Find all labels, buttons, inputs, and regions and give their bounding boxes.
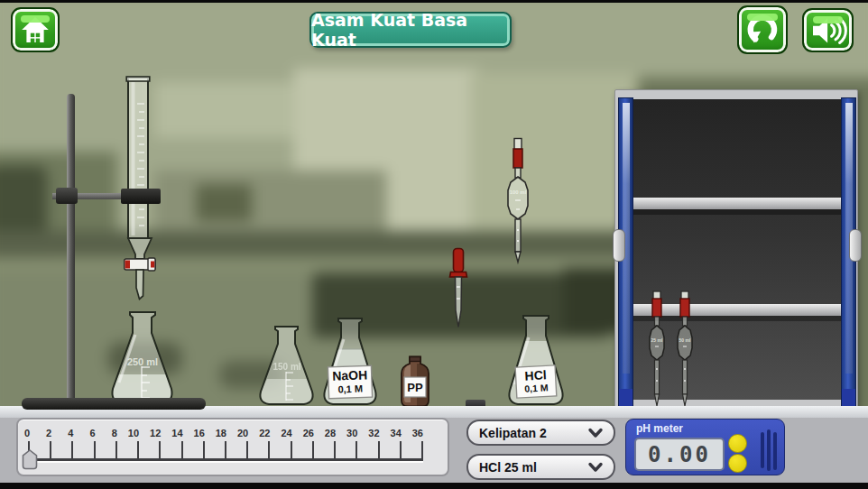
home-button[interactable] bbox=[11, 7, 60, 52]
stand-base bbox=[22, 398, 206, 410]
volumetric-pipette-100ml[interactable]: 100 ml bbox=[504, 137, 531, 263]
naoh-label-conc: 0,1 M bbox=[337, 383, 363, 395]
multiplier-dropdown-value: Kelipatan 2 bbox=[479, 426, 547, 440]
pipette-25-label: 25 ml bbox=[651, 337, 663, 343]
cabinet-shelf-top bbox=[623, 198, 851, 209]
flask-250-label: 250 ml bbox=[127, 356, 158, 367]
pipette-50-label: 50 ml bbox=[679, 337, 691, 343]
cabinet-handle-right[interactable] bbox=[849, 229, 862, 262]
chevron-down-icon bbox=[588, 429, 603, 438]
home-icon bbox=[17, 14, 53, 45]
hcl-label-name: HCl bbox=[524, 367, 547, 383]
erlenmeyer-flask-150ml[interactable]: 150 ml bbox=[256, 325, 318, 408]
multiplier-dropdown[interactable]: Kelipatan 2 bbox=[466, 420, 615, 446]
dropper[interactable] bbox=[447, 247, 470, 330]
hcl-label-conc: 0,1 M bbox=[524, 382, 549, 393]
glassware-cabinet: 25 ml 50 ml bbox=[614, 89, 858, 411]
stand-clamp-knob bbox=[56, 188, 78, 204]
ph-meter-display: 0.00 bbox=[634, 438, 725, 471]
naoh-flask[interactable]: NaOH 0,1 M bbox=[320, 317, 380, 408]
sound-button[interactable] bbox=[802, 8, 854, 52]
naoh-label-name: NaOH bbox=[332, 367, 367, 383]
volume-ruler[interactable]: 024681012141618202224262830323436 bbox=[30, 428, 423, 471]
ph-meter-button-bottom[interactable] bbox=[728, 454, 747, 473]
speaker-icon bbox=[810, 15, 846, 46]
flask-150-label: 150 ml bbox=[272, 362, 300, 372]
pp-label: PP bbox=[407, 381, 423, 394]
cabinet-pipette-50ml[interactable]: 50 ml bbox=[673, 291, 697, 409]
stand-rod bbox=[67, 94, 75, 401]
cabinet-pipette-25ml[interactable]: 25 ml bbox=[645, 291, 669, 409]
burette-clamp bbox=[121, 189, 161, 204]
volume-dropdown[interactable]: HCl 25 ml bbox=[466, 454, 615, 480]
ruler-thumb[interactable] bbox=[22, 449, 38, 470]
pipette-100-label: 100 ml bbox=[510, 189, 527, 195]
erlenmeyer-flask-250ml[interactable]: 250 ml bbox=[108, 310, 177, 408]
app-stage: Asam Kuat Basa Kuat bbox=[0, 0, 868, 489]
page-title: Asam Kuat Basa Kuat bbox=[309, 12, 512, 48]
ph-meter-label: pH meter bbox=[636, 422, 683, 435]
reset-arrow-icon bbox=[744, 12, 780, 48]
chevron-down-icon bbox=[588, 463, 603, 472]
ruler-track[interactable] bbox=[30, 458, 423, 461]
ph-meter-button-top[interactable] bbox=[728, 434, 747, 453]
volume-ruler-panel: 024681012141618202224262830323436 bbox=[16, 418, 449, 476]
bottom-letterbox-bar bbox=[0, 483, 868, 489]
ph-meter: pH meter 0.00 bbox=[625, 419, 785, 475]
pp-indicator-bottle[interactable]: PP bbox=[399, 355, 431, 408]
top-letterbox-bar bbox=[0, 0, 868, 3]
reset-button[interactable] bbox=[737, 5, 788, 54]
hcl-flask[interactable]: HCl 0,1 M bbox=[504, 314, 568, 409]
volume-dropdown-value: HCl 25 ml bbox=[479, 460, 537, 475]
cabinet-handle-left[interactable] bbox=[613, 229, 625, 262]
